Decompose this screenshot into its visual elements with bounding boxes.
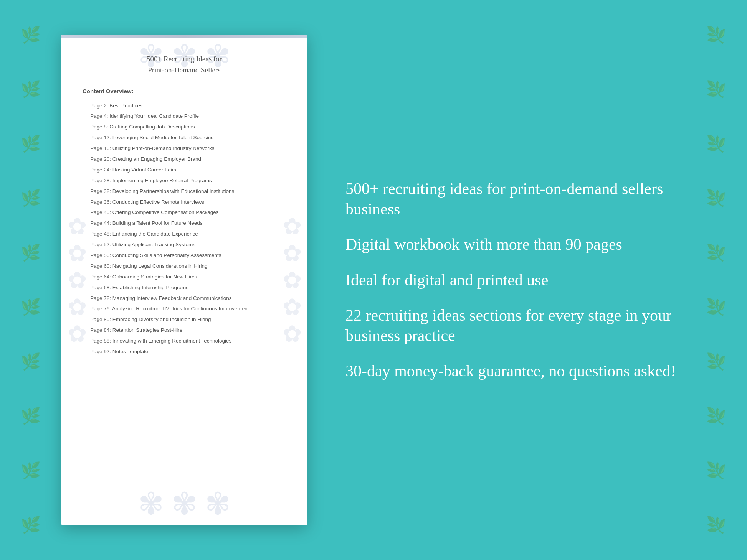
toc-item: Page 56: Conducting Skills and Personali… bbox=[83, 250, 286, 261]
main-layout: ✾ ✾ ✾ ✾ ✾ ✾ ✿✿✿✿✿ ✿✿✿✿✿ 500+ Recruiting … bbox=[0, 0, 747, 560]
toc-item: Page 88: Innovating with Emerging Recrui… bbox=[83, 336, 286, 347]
toc-item: Page 68: Establishing Internship Program… bbox=[83, 282, 286, 293]
document-title: 500+ Recruiting Ideas for Print-on-Deman… bbox=[83, 54, 286, 76]
toc-item: Page 44: Building a Talent Pool for Futu… bbox=[83, 218, 286, 229]
feature-text-2: Digital workbook with more than 90 pages bbox=[345, 234, 686, 255]
document-content: 500+ Recruiting Ideas for Print-on-Deman… bbox=[83, 54, 286, 357]
toc-item: Page 84: Retention Strategies Post-Hire bbox=[83, 325, 286, 336]
toc-item: Page 92: Notes Template bbox=[83, 346, 286, 357]
toc-item: Page 4: Identifying Your Ideal Candidate… bbox=[83, 111, 286, 122]
content-overview-label: Content Overview: bbox=[83, 88, 286, 94]
toc-item: Page 60: Navigating Legal Considerations… bbox=[83, 261, 286, 272]
toc-item: Page 48: Enhancing the Candidate Experie… bbox=[83, 229, 286, 240]
toc-item: Page 40: Offering Competitive Compensati… bbox=[83, 208, 286, 218]
watermark-bottom: ✾ ✾ ✾ bbox=[138, 486, 231, 522]
toc-item: Page 24: Hosting Virtual Career Fairs bbox=[83, 165, 286, 175]
toc-item: Page 2: Best Practices bbox=[83, 100, 286, 111]
feature-text-5: 30-day money-back guarantee, no question… bbox=[345, 361, 686, 381]
toc-item: Page 12: Leveraging Social Media for Tal… bbox=[83, 133, 286, 143]
toc-item: Page 76: Analyzing Recruitment Metrics f… bbox=[83, 304, 286, 315]
doc-border-top bbox=[61, 35, 307, 38]
toc-item: Page 64: Onboarding Strategies for New H… bbox=[83, 272, 286, 282]
features-panel: 500+ recruiting ideas for print-on-deman… bbox=[338, 179, 686, 381]
toc-item: Page 52: Utilizing Applicant Tracking Sy… bbox=[83, 240, 286, 250]
toc-item: Page 16: Utilizing Print-on-Demand Indus… bbox=[83, 143, 286, 154]
feature-text-4: 22 recruiting ideas sections for every s… bbox=[345, 305, 686, 346]
toc-item: Page 32: Developing Partnerships with Ed… bbox=[83, 186, 286, 197]
toc-item: Page 20: Creating an Engaging Employer B… bbox=[83, 154, 286, 165]
toc-item: Page 80: Embracing Diversity and Inclusi… bbox=[83, 315, 286, 325]
feature-text-1: 500+ recruiting ideas for print-on-deman… bbox=[345, 179, 686, 219]
toc-item: Page 36: Conducting Effective Remote Int… bbox=[83, 197, 286, 208]
toc-item: Page 28: Implementing Employee Referral … bbox=[83, 175, 286, 186]
toc-item: Page 72: Managing Interview Feedback and… bbox=[83, 293, 286, 304]
table-of-contents: Page 2: Best PracticesPage 4: Identifyin… bbox=[83, 100, 286, 357]
document-preview: ✾ ✾ ✾ ✾ ✾ ✾ ✿✿✿✿✿ ✿✿✿✿✿ 500+ Recruiting … bbox=[61, 35, 307, 525]
feature-text-3: Ideal for digital and printed use bbox=[345, 270, 686, 290]
toc-item: Page 8: Crafting Compelling Job Descript… bbox=[83, 122, 286, 133]
